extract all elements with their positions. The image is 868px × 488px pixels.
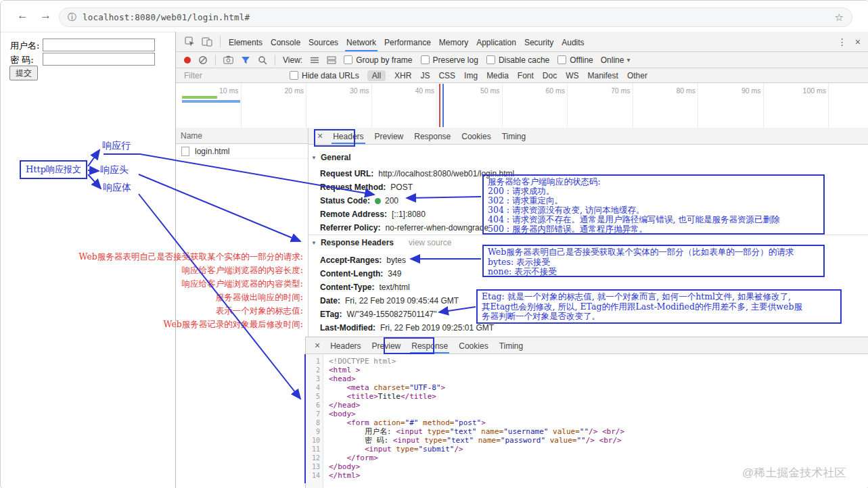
filter-type-doc[interactable]: Doc xyxy=(543,71,557,80)
request-list: login.html xyxy=(176,144,309,337)
timeline-tick: 90 ms xyxy=(698,83,764,128)
filter-type-all[interactable]: All xyxy=(367,70,386,81)
search-icon[interactable] xyxy=(258,55,267,65)
request-row[interactable]: login.html xyxy=(176,144,308,159)
code-token: <html > xyxy=(329,366,360,374)
username-input[interactable] xyxy=(43,39,155,51)
annotation-box-line: Etag: 就是一个对象的标志值, 就一个对象而言, 如何一个html文件, 如… xyxy=(482,292,836,302)
password-label: 密 码: xyxy=(10,54,34,66)
code-line: <!DOCTYPE html> xyxy=(329,357,867,366)
checkbox-icon[interactable] xyxy=(344,55,352,64)
devtools-tab-sources[interactable]: Sources xyxy=(304,32,342,51)
response-pane-tab-timing[interactable]: Timing xyxy=(494,338,529,353)
response-headers-section-title[interactable]: ▼ Response Headers view source xyxy=(311,238,451,247)
annotation-box-line: 404 : 请求资源不存在。通常是用户路径编写错误, 也可能是服务器资源已删除 xyxy=(488,215,819,224)
devtools-close-icon[interactable]: × xyxy=(855,36,861,47)
response-pane-tab-cookies[interactable]: Cookies xyxy=(453,338,493,353)
header-value: Fri, 22 Feb 2019 09:45:44 GMT xyxy=(345,296,459,306)
view-overview-icon[interactable] xyxy=(327,56,336,64)
header-name: Content-Type: xyxy=(320,283,374,292)
header-name: Request URL: xyxy=(320,169,373,178)
checkbox-icon[interactable] xyxy=(557,55,566,64)
code-token: type= xyxy=(428,427,450,436)
devtools-tab-security[interactable]: Security xyxy=(520,32,557,51)
filter-type-img[interactable]: Img xyxy=(464,71,478,80)
filter-type-media[interactable]: Media xyxy=(486,71,509,80)
back-icon[interactable]: ← xyxy=(17,9,28,21)
forward-icon[interactable]: → xyxy=(40,9,51,21)
headers-pane-tab-preview[interactable]: Preview xyxy=(369,128,409,144)
view-list-icon[interactable] xyxy=(310,56,319,64)
code-token: <meta xyxy=(347,383,374,392)
checkbox-label: Group by frame xyxy=(356,55,412,65)
kebab-menu-icon[interactable]: ⋮ xyxy=(838,36,847,47)
response-pane-close-icon[interactable]: × xyxy=(310,340,325,351)
headers-pane-tab-timing[interactable]: Timing xyxy=(497,128,532,144)
name-column-header[interactable]: Name xyxy=(176,128,309,144)
general-section-title[interactable]: ▼ General xyxy=(311,153,351,162)
line-number: 5 xyxy=(306,392,323,401)
capture-screenshots-icon[interactable] xyxy=(223,55,233,64)
url-text[interactable]: localhost:8080/web01/login.html# xyxy=(83,12,250,22)
password-input[interactable] xyxy=(43,53,155,66)
page-info-icon[interactable]: ⓘ xyxy=(68,11,76,24)
submit-button[interactable]: 提交 xyxy=(9,66,38,80)
toolbar-checkbox-preserve-log[interactable]: Preserve log xyxy=(421,55,478,65)
response-pane-tab-headers[interactable]: Headers xyxy=(325,338,366,353)
code-token: Title xyxy=(378,392,401,401)
devtools-tab-application[interactable]: Application xyxy=(472,32,520,51)
filter-type-css[interactable]: CSS xyxy=(438,71,455,80)
headers-pane-tab-response[interactable]: Response xyxy=(409,128,456,144)
toolbar-checkbox-disable-cache[interactable]: Disable cache xyxy=(486,55,549,65)
throttling-select[interactable]: Online ▾ xyxy=(601,55,631,65)
devtools-tab-audits[interactable]: Audits xyxy=(557,32,588,51)
filter-type-js[interactable]: JS xyxy=(420,71,430,80)
response-header-row: Date:Fri, 22 Feb 2019 09:45:44 GMT xyxy=(320,294,459,308)
filter-type-ws[interactable]: WS xyxy=(566,71,578,80)
filter-icon[interactable] xyxy=(241,56,250,64)
toolbar-divider xyxy=(275,55,275,66)
code-token: "" xyxy=(576,436,585,445)
filter-type-font[interactable]: Font xyxy=(518,71,534,80)
inspect-element-icon[interactable] xyxy=(185,36,195,47)
annotation-response-line-label: 响应行 xyxy=(102,140,131,152)
triangle-down-icon[interactable]: ▼ xyxy=(311,155,317,161)
code-token: <input xyxy=(365,445,396,454)
network-overview-timeline[interactable]: 10 ms20 ms30 ms40 ms50 ms60 ms70 ms80 ms… xyxy=(176,83,868,128)
code-token: method= xyxy=(418,418,454,427)
devtools-tab-performance[interactable]: Performance xyxy=(380,32,435,51)
checkbox-label: Disable cache xyxy=(499,55,549,65)
code-token: </head> xyxy=(329,401,360,410)
filter-type-xhr[interactable]: XHR xyxy=(394,71,411,80)
triangle-down-icon[interactable]: ▼ xyxy=(311,240,317,246)
record-icon[interactable] xyxy=(184,57,191,64)
checkbox-icon[interactable] xyxy=(486,55,495,64)
checkbox-icon[interactable] xyxy=(421,55,430,64)
timeline-tick: 30 ms xyxy=(306,83,372,128)
clear-icon[interactable] xyxy=(198,55,208,65)
header-name: Request Method: xyxy=(320,182,386,192)
line-number: 10 xyxy=(306,436,323,445)
filter-type-manifest[interactable]: Manifest xyxy=(588,71,618,80)
view-source-link[interactable]: view source xyxy=(409,238,451,247)
toolbar-checkbox-offline[interactable]: Offline xyxy=(557,55,593,65)
hide-data-urls-checkbox[interactable]: Hide data URLs xyxy=(290,71,359,80)
toolbar-checkbox-group-by-frame[interactable]: Group by frame xyxy=(344,55,412,65)
timeline-tick: 10 ms xyxy=(176,83,242,128)
checkbox-icon[interactable] xyxy=(290,71,298,80)
address-bar[interactable]: ⓘ localhost:8080/web01/login.html# ☆ xyxy=(59,7,852,27)
code-line: 用户名: <input type="text" name="username" … xyxy=(329,427,867,436)
devtools-tab-console[interactable]: Console xyxy=(267,32,304,51)
devtools-tab-network[interactable]: Network xyxy=(342,32,380,51)
headers-pane-tab-cookies[interactable]: Cookies xyxy=(456,128,496,144)
device-toolbar-icon[interactable] xyxy=(202,36,212,47)
devtools-tab-memory[interactable]: Memory xyxy=(435,32,472,51)
annotation-response-body-bracket xyxy=(304,354,306,483)
filter-input[interactable] xyxy=(183,70,281,81)
devtools-tab-elements[interactable]: Elements xyxy=(225,32,267,51)
header-value: 349 xyxy=(388,269,401,278)
code-line: 密 码: <input type="text" name="password" … xyxy=(329,436,867,445)
filter-type-other[interactable]: Other xyxy=(627,71,647,80)
bookmark-star-icon[interactable]: ☆ xyxy=(835,11,844,24)
response-header-row: Content-Length:349 xyxy=(320,267,401,280)
